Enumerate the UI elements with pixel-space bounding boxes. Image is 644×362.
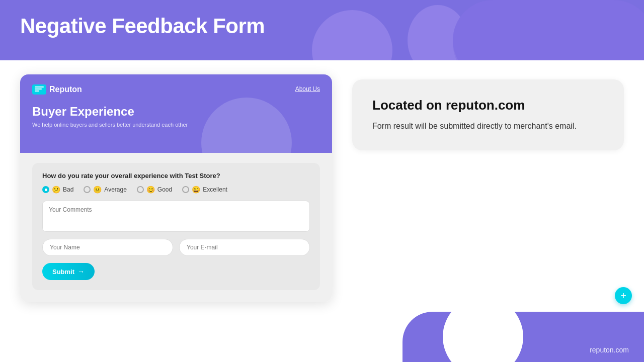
radio-excellent[interactable]	[182, 186, 189, 193]
submit-label: Submit	[52, 268, 74, 276]
logo-line-2	[35, 88, 42, 89]
rating-option-bad[interactable]: 😕 Bad	[42, 186, 73, 194]
label-excellent: Excellent	[203, 186, 227, 193]
bottom-blob: reputon.com	[403, 312, 644, 362]
right-column: Located on reputon.com Form result will …	[352, 74, 624, 302]
logo-line-3	[35, 90, 39, 92]
form-preview-card: Reputon About Us Buyer Experience We hel…	[20, 74, 332, 302]
email-input[interactable]	[179, 239, 310, 256]
rating-question: How do you rate your overall experience …	[42, 172, 310, 179]
rating-option-excellent[interactable]: 😄 Excellent	[182, 186, 227, 194]
decorative-blob-4	[453, 0, 644, 60]
name-email-row	[42, 239, 310, 256]
emoji-average: 😐	[93, 186, 102, 194]
radio-bad[interactable]	[42, 186, 49, 193]
rating-option-good[interactable]: 😊 Good	[137, 186, 172, 194]
name-input[interactable]	[42, 239, 173, 256]
decorative-blob-1	[312, 10, 392, 60]
logo-icon-lines	[35, 86, 44, 93]
comments-textarea[interactable]	[42, 201, 310, 232]
bottom-blob-white	[443, 312, 523, 362]
reputon-logo: Reputon	[32, 84, 320, 95]
info-card-text: Form result will be submitted directly t…	[372, 120, 604, 132]
logo-line-1	[35, 86, 44, 87]
emoji-excellent: 😄	[192, 186, 200, 194]
info-card: Located on reputon.com Form result will …	[352, 79, 624, 150]
label-bad: Bad	[63, 186, 73, 193]
radio-good[interactable]	[137, 186, 144, 193]
about-us-link[interactable]: About Us	[295, 85, 320, 93]
radio-average[interactable]	[84, 186, 91, 193]
logo-icon	[32, 84, 46, 95]
emoji-bad: 😕	[52, 186, 60, 194]
main-content: Reputon About Us Buyer Experience We hel…	[0, 60, 644, 316]
page-title: Negative Feedback Form	[20, 14, 265, 38]
rating-options: 😕 Bad 😐 Average 😊 Good	[42, 186, 310, 194]
logo-text: Reputon	[49, 85, 82, 94]
emoji-good: 😊	[146, 186, 155, 194]
info-card-title: Located on reputon.com	[372, 98, 604, 113]
form-inner: How do you rate your overall experience …	[32, 163, 320, 290]
footer-brand: reputon.com	[590, 346, 629, 354]
submit-button[interactable]: Submit →	[42, 263, 95, 280]
label-good: Good	[157, 186, 172, 193]
label-average: Average	[104, 186, 126, 193]
submit-arrow-icon: →	[77, 267, 85, 276]
form-card-header: Reputon About Us Buyer Experience We hel…	[20, 74, 332, 153]
rating-option-average[interactable]: 😐 Average	[84, 186, 126, 194]
page-header: Negative Feedback Form	[0, 0, 644, 60]
form-body: How do you rate your overall experience …	[20, 153, 332, 302]
